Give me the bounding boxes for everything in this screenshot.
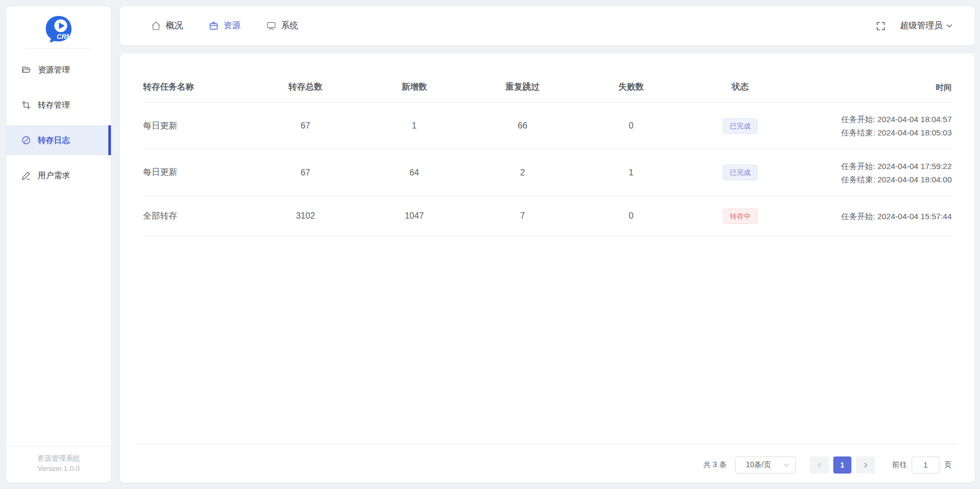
pagination-divider [137,444,958,444]
total-count-label: 共 3 条 [703,460,727,470]
cell-task-name: 每日更新 [143,167,251,178]
sidebar-divider [26,48,92,49]
cell-skipped: 7 [468,211,577,221]
tab-label: 概况 [166,20,183,31]
sidebar-item-label: 转存日志 [38,135,70,146]
status-badge: 已完成 [723,165,758,180]
user-name: 超级管理员 [900,20,943,31]
goto-page-group: 前往 页 [892,456,952,474]
table-row: 每日更新 67 1 66 0 已完成 任务开始: 2024-04-04 18:0… [143,103,952,149]
sidebar-item-resource-management[interactable]: 资源管理 [6,55,111,85]
topbar: 概况 资源 系统 超级管理员 [120,6,975,45]
app-name: 资源管理系统 [6,453,111,463]
cell-added: 1047 [360,211,468,221]
cell-failed: 0 [577,121,686,131]
tab-resources[interactable]: 资源 [209,20,241,31]
app-version: Version 1.0.0 [6,463,111,474]
task-start-time: 任务开始: 2024-04-04 17:59:22 [795,159,952,173]
tab-overview[interactable]: 概况 [151,20,183,31]
col-header-status: 状态 [686,82,795,93]
sidebar-item-user-requests[interactable]: 用户需求 [6,161,111,190]
folder-icon [21,65,31,75]
col-header-task-name: 转存任务名称 [143,82,251,93]
fullscreen-button[interactable] [875,21,886,31]
main-panel: 转存任务名称 转存总数 新增数 重复跳过 失败数 状态 时间 每日更新 67 1… [120,53,975,483]
crm-logo-icon: CRM [43,15,74,44]
cell-added: 1 [360,121,468,131]
chevron-down-icon [945,22,953,30]
table-row: 每日更新 67 64 2 1 已完成 任务开始: 2024-04-04 17:5… [143,149,952,196]
cell-time: 任务开始: 2024-04-04 18:04:57 任务结束: 2024-04-… [795,113,952,139]
transfer-log-table: 转存任务名称 转存总数 新增数 重复跳过 失败数 状态 时间 每日更新 67 1… [143,53,952,236]
cell-added: 64 [360,168,468,178]
page-number-button[interactable]: 1 [833,456,851,474]
task-end-time: 任务结束: 2024-04-04 18:04:00 [795,173,952,186]
chevron-down-icon [783,461,790,469]
sidebar-item-transfer-log[interactable]: 转存日志 [6,125,111,155]
page-size-value: 10条/页 [746,460,771,470]
svg-text:CRM: CRM [57,33,72,41]
col-header-total: 转存总数 [251,82,360,93]
home-icon [151,21,161,31]
cell-status: 已完成 [686,165,795,180]
cell-failed: 0 [577,211,686,221]
chevron-right-icon [862,461,870,469]
sidebar-item-label: 用户需求 [38,171,70,181]
task-start-time: 任务开始: 2024-04-04 18:04:57 [795,113,952,126]
cell-time: 任务开始: 2024-04-04 17:59:22 任务结束: 2024-04-… [795,159,952,186]
table-row: 全部转存 3102 1047 7 0 转存中 任务开始: 2024-04-04 … [143,196,952,236]
fullscreen-icon [875,21,886,31]
cell-failed: 1 [577,168,686,178]
goto-unit-label: 页 [944,460,952,470]
sidebar: CRM 资源管理 转存管理 转存日志 用户需求 [6,6,111,483]
cell-time: 任务开始: 2024-04-04 15:57:44 [795,210,952,223]
status-badge: 转存中 [723,209,758,224]
cell-status: 已完成 [686,118,795,134]
tab-label: 资源 [224,20,241,31]
sidebar-menu: 资源管理 转存管理 转存日志 用户需求 [6,55,111,190]
cell-status: 转存中 [686,209,795,224]
briefcase-icon [209,21,219,31]
cell-skipped: 2 [468,168,577,178]
edit-icon [21,171,31,180]
cell-total: 3102 [251,211,360,221]
crop-icon [21,100,31,110]
compass-icon [21,135,31,145]
sidebar-item-label: 转存管理 [38,100,70,110]
col-header-time: 时间 [795,81,952,94]
goto-label: 前往 [892,460,907,470]
col-header-failed: 失败数 [577,82,686,93]
sidebar-item-transfer-management[interactable]: 转存管理 [6,90,111,120]
top-nav: 概况 资源 系统 [151,20,298,31]
cell-total: 67 [251,168,360,178]
user-menu[interactable]: 超级管理员 [900,20,953,31]
cell-task-name: 每日更新 [143,121,251,132]
next-page-button[interactable] [856,456,875,474]
cell-total: 67 [251,121,360,131]
task-start-time: 任务开始: 2024-04-04 15:57:44 [795,210,952,223]
cell-task-name: 全部转存 [143,211,251,222]
sidebar-item-label: 资源管理 [38,65,70,75]
monitor-icon [266,21,276,31]
status-badge: 已完成 [723,118,758,134]
sidebar-footer: 资源管理系统 Version 1.0.0 [6,446,111,483]
task-end-time: 任务结束: 2024-04-04 18:05:03 [795,126,952,139]
col-header-skipped: 重复跳过 [468,82,577,93]
table-header-row: 转存任务名称 转存总数 新增数 重复跳过 失败数 状态 时间 [143,72,952,103]
cell-skipped: 66 [468,121,577,131]
tab-system[interactable]: 系统 [266,20,298,31]
page-size-select[interactable]: 10条/页 [735,456,796,474]
app-logo: CRM [6,6,111,48]
goto-page-input[interactable] [912,456,939,474]
pagination: 共 3 条 10条/页 1 前往 页 [703,456,952,474]
prev-page-button[interactable] [810,456,829,474]
topbar-right: 超级管理员 [875,20,953,31]
tab-label: 系统 [281,20,298,31]
col-header-added: 新增数 [360,82,468,93]
chevron-left-icon [816,461,824,469]
